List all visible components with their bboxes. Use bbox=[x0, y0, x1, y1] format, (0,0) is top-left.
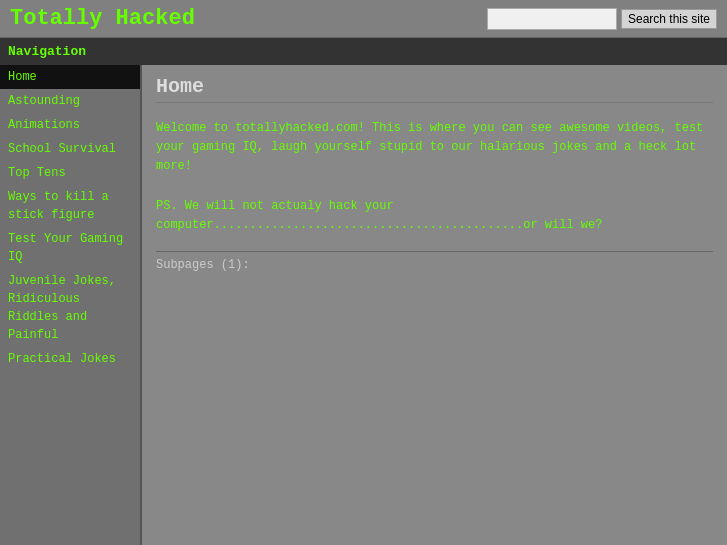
sidebar-item-top-tens[interactable]: Top Tens bbox=[0, 161, 140, 185]
sidebar-item-test-gaming-iq[interactable]: Test Your Gaming IQ bbox=[0, 227, 140, 269]
sidebar-item-ways-kill-stick[interactable]: Ways to kill a stick figure bbox=[0, 185, 140, 227]
header: Totally Hacked Search this site bbox=[0, 0, 727, 38]
sidebar: HomeAstoundingAnimationsSchool SurvivalT… bbox=[0, 65, 140, 545]
nav-label: Navigation bbox=[0, 38, 727, 65]
page-heading: Home bbox=[156, 75, 713, 103]
sidebar-item-animations[interactable]: Animations bbox=[0, 113, 140, 137]
ps-text: PS. We will not actualy hack your comput… bbox=[156, 197, 713, 235]
site-title: Totally Hacked bbox=[10, 6, 195, 31]
sidebar-item-juvenile-jokes[interactable]: Juvenile Jokes, Ridiculous Riddles and P… bbox=[0, 269, 140, 347]
sidebar-item-school-survival[interactable]: School Survival bbox=[0, 137, 140, 161]
layout: HomeAstoundingAnimationsSchool SurvivalT… bbox=[0, 65, 727, 545]
search-input[interactable] bbox=[487, 8, 617, 30]
sidebar-item-practical-jokes[interactable]: Practical Jokes bbox=[0, 347, 140, 371]
intro-text: Welcome to totallyhacked.com! This is wh… bbox=[156, 119, 713, 177]
subpages-label: Subpages (1): bbox=[156, 251, 713, 272]
search-button[interactable]: Search this site bbox=[621, 9, 717, 29]
main-content: Home Welcome to totallyhacked.com! This … bbox=[140, 65, 727, 545]
sidebar-item-astounding[interactable]: Astounding bbox=[0, 89, 140, 113]
sidebar-item-home[interactable]: Home bbox=[0, 65, 140, 89]
search-area: Search this site bbox=[487, 8, 717, 30]
